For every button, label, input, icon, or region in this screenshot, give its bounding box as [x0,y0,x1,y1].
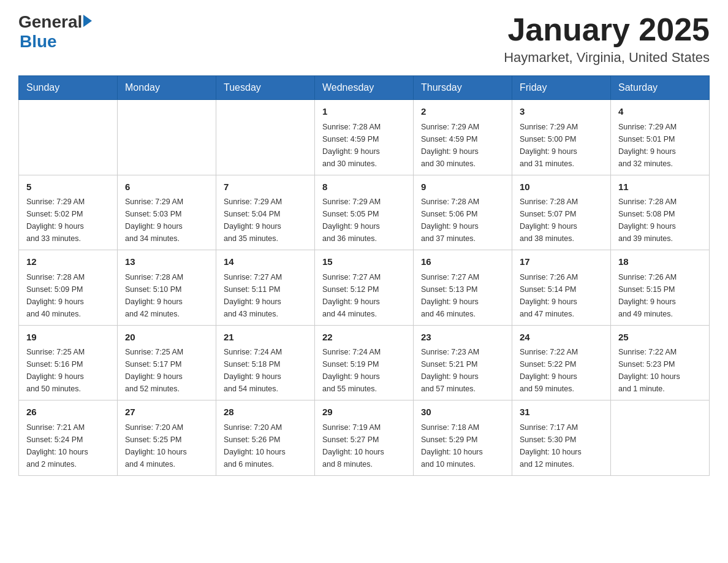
header-day-wednesday: Wednesday [315,76,414,100]
header: General Blue January 2025 Haymarket, Vir… [18,12,710,66]
day-number: 15 [322,255,406,269]
calendar-cell: 2Sunrise: 7:29 AMSunset: 4:59 PMDaylight… [414,100,512,175]
day-number: 25 [618,331,702,345]
day-number: 31 [520,405,603,419]
calendar-cell: 22Sunrise: 7:24 AMSunset: 5:19 PMDayligh… [315,325,414,400]
logo-blue-text: Blue [20,32,57,52]
calendar-cell: 15Sunrise: 7:27 AMSunset: 5:12 PMDayligh… [315,250,414,326]
calendar-cell: 17Sunrise: 7:26 AMSunset: 5:14 PMDayligh… [512,250,611,326]
calendar-cell: 14Sunrise: 7:27 AMSunset: 5:11 PMDayligh… [216,250,315,326]
day-number: 4 [618,105,702,119]
day-info: Sunrise: 7:29 AMSunset: 4:59 PMDaylight:… [421,121,504,170]
calendar-cell: 29Sunrise: 7:19 AMSunset: 5:27 PMDayligh… [315,400,414,476]
day-info: Sunrise: 7:24 AMSunset: 5:18 PMDaylight:… [224,346,307,395]
header-day-tuesday: Tuesday [216,76,315,100]
day-number: 14 [224,255,307,269]
day-info: Sunrise: 7:19 AMSunset: 5:27 PMDaylight:… [322,421,406,470]
calendar-table: SundayMondayTuesdayWednesdayThursdayFrid… [18,75,710,476]
day-info: Sunrise: 7:20 AMSunset: 5:26 PMDaylight:… [224,421,307,470]
day-number: 8 [322,180,406,194]
calendar-cell: 1Sunrise: 7:28 AMSunset: 4:59 PMDaylight… [315,100,414,175]
day-number: 3 [520,105,603,119]
day-info: Sunrise: 7:22 AMSunset: 5:23 PMDaylight:… [618,346,702,395]
day-info: Sunrise: 7:29 AMSunset: 5:03 PMDaylight:… [125,196,208,245]
day-info: Sunrise: 7:22 AMSunset: 5:22 PMDaylight:… [520,346,603,395]
day-number: 9 [421,180,504,194]
day-number: 6 [125,180,208,194]
day-info: Sunrise: 7:28 AMSunset: 5:09 PMDaylight:… [26,271,110,320]
calendar-cell: 3Sunrise: 7:29 AMSunset: 5:00 PMDaylight… [512,100,611,175]
day-info: Sunrise: 7:28 AMSunset: 5:07 PMDaylight:… [520,196,603,245]
day-number: 29 [322,405,406,419]
header-day-thursday: Thursday [414,76,512,100]
day-info: Sunrise: 7:27 AMSunset: 5:13 PMDaylight:… [421,271,504,320]
week-row-1: 5Sunrise: 7:29 AMSunset: 5:02 PMDaylight… [19,175,710,250]
calendar-cell: 9Sunrise: 7:28 AMSunset: 5:06 PMDaylight… [414,175,512,250]
day-info: Sunrise: 7:27 AMSunset: 5:11 PMDaylight:… [224,271,307,320]
day-number: 10 [520,180,603,194]
day-info: Sunrise: 7:29 AMSunset: 5:05 PMDaylight:… [322,196,406,245]
calendar-cell: 10Sunrise: 7:28 AMSunset: 5:07 PMDayligh… [512,175,611,250]
day-info: Sunrise: 7:23 AMSunset: 5:21 PMDaylight:… [421,346,504,395]
calendar-cell [611,400,710,476]
calendar-cell: 16Sunrise: 7:27 AMSunset: 5:13 PMDayligh… [414,250,512,326]
calendar-cell [216,100,315,175]
calendar-cell: 21Sunrise: 7:24 AMSunset: 5:18 PMDayligh… [216,325,315,400]
header-day-saturday: Saturday [611,76,710,100]
day-info: Sunrise: 7:28 AMSunset: 5:06 PMDaylight:… [421,196,504,245]
day-number: 1 [322,105,406,119]
logo: General Blue [18,12,92,52]
calendar-cell: 31Sunrise: 7:17 AMSunset: 5:30 PMDayligh… [512,400,611,476]
day-number: 23 [421,331,504,345]
day-info: Sunrise: 7:25 AMSunset: 5:17 PMDaylight:… [125,346,208,395]
header-day-monday: Monday [118,76,216,100]
day-info: Sunrise: 7:29 AMSunset: 5:04 PMDaylight:… [224,196,307,245]
calendar-cell: 24Sunrise: 7:22 AMSunset: 5:22 PMDayligh… [512,325,611,400]
month-title: January 2025 [504,12,710,47]
calendar-cell: 6Sunrise: 7:29 AMSunset: 5:03 PMDaylight… [118,175,216,250]
day-info: Sunrise: 7:20 AMSunset: 5:25 PMDaylight:… [125,421,208,470]
day-number: 22 [322,331,406,345]
day-number: 5 [26,180,110,194]
calendar-cell [118,100,216,175]
week-row-3: 19Sunrise: 7:25 AMSunset: 5:16 PMDayligh… [19,325,710,400]
header-day-friday: Friday [512,76,611,100]
day-info: Sunrise: 7:29 AMSunset: 5:00 PMDaylight:… [520,121,603,170]
week-row-4: 26Sunrise: 7:21 AMSunset: 5:24 PMDayligh… [19,400,710,476]
calendar-cell: 19Sunrise: 7:25 AMSunset: 5:16 PMDayligh… [19,325,118,400]
day-info: Sunrise: 7:26 AMSunset: 5:15 PMDaylight:… [618,271,702,320]
day-number: 18 [618,255,702,269]
calendar-cell: 23Sunrise: 7:23 AMSunset: 5:21 PMDayligh… [414,325,512,400]
day-number: 7 [224,180,307,194]
calendar-cell: 25Sunrise: 7:22 AMSunset: 5:23 PMDayligh… [611,325,710,400]
calendar-cell [19,100,118,175]
day-info: Sunrise: 7:29 AMSunset: 5:02 PMDaylight:… [26,196,110,245]
day-number: 13 [125,255,208,269]
week-row-0: 1Sunrise: 7:28 AMSunset: 4:59 PMDaylight… [19,100,710,175]
day-number: 12 [26,255,110,269]
calendar-cell: 11Sunrise: 7:28 AMSunset: 5:08 PMDayligh… [611,175,710,250]
day-info: Sunrise: 7:24 AMSunset: 5:19 PMDaylight:… [322,346,406,395]
day-info: Sunrise: 7:21 AMSunset: 5:24 PMDaylight:… [26,421,110,470]
day-info: Sunrise: 7:17 AMSunset: 5:30 PMDaylight:… [520,421,603,470]
day-info: Sunrise: 7:28 AMSunset: 4:59 PMDaylight:… [322,121,406,170]
logo-general-text: General [18,12,82,32]
day-number: 16 [421,255,504,269]
day-info: Sunrise: 7:28 AMSunset: 5:08 PMDaylight:… [618,196,702,245]
day-info: Sunrise: 7:28 AMSunset: 5:10 PMDaylight:… [125,271,208,320]
day-number: 28 [224,405,307,419]
day-number: 11 [618,180,702,194]
location-title: Haymarket, Virginia, United States [504,50,710,66]
header-day-sunday: Sunday [19,76,118,100]
calendar-cell: 28Sunrise: 7:20 AMSunset: 5:26 PMDayligh… [216,400,315,476]
calendar-cell: 5Sunrise: 7:29 AMSunset: 5:02 PMDaylight… [19,175,118,250]
day-number: 2 [421,105,504,119]
calendar-cell: 12Sunrise: 7:28 AMSunset: 5:09 PMDayligh… [19,250,118,326]
day-info: Sunrise: 7:26 AMSunset: 5:14 PMDaylight:… [520,271,603,320]
calendar-cell: 27Sunrise: 7:20 AMSunset: 5:25 PMDayligh… [118,400,216,476]
day-info: Sunrise: 7:18 AMSunset: 5:29 PMDaylight:… [421,421,504,470]
calendar-cell: 20Sunrise: 7:25 AMSunset: 5:17 PMDayligh… [118,325,216,400]
calendar-cell: 18Sunrise: 7:26 AMSunset: 5:15 PMDayligh… [611,250,710,326]
day-info: Sunrise: 7:25 AMSunset: 5:16 PMDaylight:… [26,346,110,395]
calendar-cell: 7Sunrise: 7:29 AMSunset: 5:04 PMDaylight… [216,175,315,250]
